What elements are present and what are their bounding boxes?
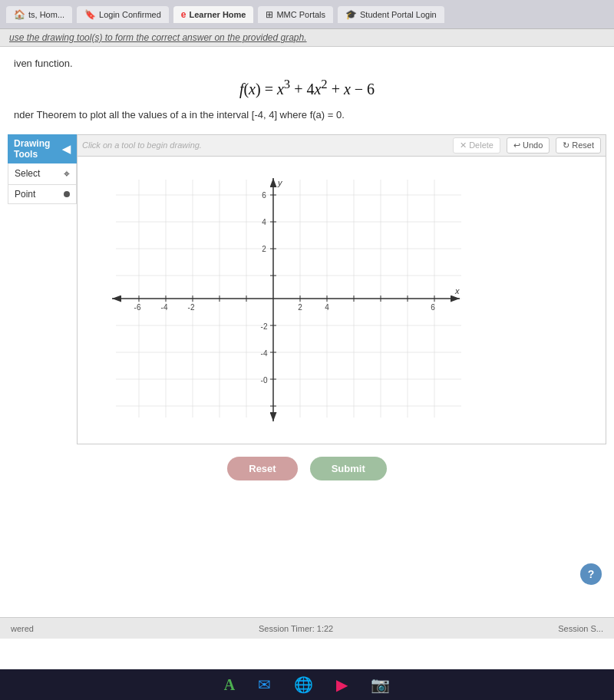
tool-select[interactable]: Select ⌖: [8, 163, 77, 185]
svg-text:4: 4: [325, 303, 329, 312]
svg-text:x: x: [454, 286, 460, 296]
home-icon: 🏠: [14, 9, 25, 20]
tools-panel: Drawing Tools ◀ Select ⌖ Point: [8, 134, 77, 444]
android-browser-icon[interactable]: 🌐: [294, 675, 313, 694]
svg-text:6: 6: [262, 191, 266, 200]
question-area: iven function. f(x) = x3 + 4x2 + x − 6 n…: [0, 47, 614, 134]
svg-text:-2: -2: [261, 322, 268, 331]
android-mail-icon[interactable]: ✉: [258, 675, 271, 694]
graph-container: Click on a tool to begin drawing. ✕ Dele…: [77, 134, 606, 444]
top-banner-text: use the drawing tool(s) to form the corr…: [0, 29, 614, 47]
svg-text:-4: -4: [161, 303, 168, 312]
tab-mmc-portals[interactable]: ⊞ MMC Portals: [258, 6, 333, 23]
graduation-icon: 🎓: [345, 9, 357, 20]
submit-button[interactable]: Submit: [310, 457, 387, 480]
graph-toolbar-row: Click on a tool to begin drawing. ✕ Dele…: [77, 134, 606, 157]
undo-button[interactable]: ↩ Undo: [507, 137, 550, 154]
given-label: iven function.: [14, 58, 600, 69]
grid-icon: ⊞: [266, 9, 273, 20]
answered-label: wered: [11, 624, 34, 633]
undo-icon: ↩: [513, 140, 520, 150]
delete-x-icon: ✕: [460, 140, 467, 150]
status-bar: wered Session Timer: 1:22 Session S...: [0, 617, 614, 639]
main-content: use the drawing tool(s) to form the corr…: [0, 29, 614, 669]
bookmark-icon: 🔖: [84, 9, 96, 20]
cursor-icon: ⌖: [64, 167, 70, 180]
delete-button[interactable]: ✕ Delete: [453, 137, 500, 154]
help-button[interactable]: ?: [580, 563, 602, 585]
reset-toolbar-button[interactable]: ↻ Reset: [556, 137, 601, 154]
drawing-area: Drawing Tools ◀ Select ⌖ Point Click on …: [8, 134, 606, 444]
tab-students-home[interactable]: 🏠 ts, Hom...: [6, 6, 72, 23]
tool-point[interactable]: Point: [8, 185, 77, 204]
reset-button[interactable]: Reset: [227, 457, 297, 480]
android-camera-icon[interactable]: 📷: [371, 675, 390, 694]
tab-learner-home[interactable]: e Learner Home: [173, 6, 254, 23]
browser-tab-bar: 🏠 ts, Hom... 🔖 Login Confirmed e Learner…: [0, 0, 614, 29]
android-play-icon[interactable]: ▶: [336, 675, 348, 694]
learner-icon: e: [181, 9, 187, 20]
session-timer: Session Timer: 1:22: [259, 624, 333, 633]
svg-text:6: 6: [431, 303, 435, 312]
svg-text:-0: -0: [261, 376, 268, 385]
svg-text:2: 2: [298, 303, 302, 312]
toolbar-hint-text: Click on a tool to begin drawing.: [82, 140, 447, 150]
tab-login-confirmed[interactable]: 🔖 Login Confirmed: [77, 6, 169, 23]
android-a-icon[interactable]: A: [224, 676, 235, 694]
coordinate-graph[interactable]: -6 -4 -2 2 4 6 6 4 2 -2 -4 -0 x y: [78, 157, 469, 441]
svg-text:4: 4: [262, 218, 266, 226]
svg-text:-6: -6: [134, 303, 141, 312]
refresh-icon: ↻: [563, 140, 569, 150]
graph-svg[interactable]: -6 -4 -2 2 4 6 6 4 2 -2 -4 -0 x y: [77, 157, 606, 444]
svg-text:-4: -4: [261, 349, 268, 358]
tab-student-portal-login[interactable]: 🎓 Student Portal Login: [338, 6, 444, 23]
collapse-arrow-icon: ◀: [62, 143, 71, 155]
math-function: f(x) = x3 + 4x2 + x − 6: [14, 77, 600, 98]
svg-text:-2: -2: [188, 303, 195, 312]
session-s-label: Session S...: [558, 624, 603, 633]
theorem-text: nder Theorem to plot all the values of a…: [14, 109, 600, 121]
drawing-tools-header[interactable]: Drawing Tools ◀: [8, 134, 77, 163]
bottom-buttons-row: Reset Submit: [0, 457, 614, 480]
point-dot-icon: [64, 191, 70, 197]
android-nav-bar: A ✉ 🌐 ▶ 📷: [0, 669, 614, 700]
svg-text:2: 2: [262, 245, 266, 253]
